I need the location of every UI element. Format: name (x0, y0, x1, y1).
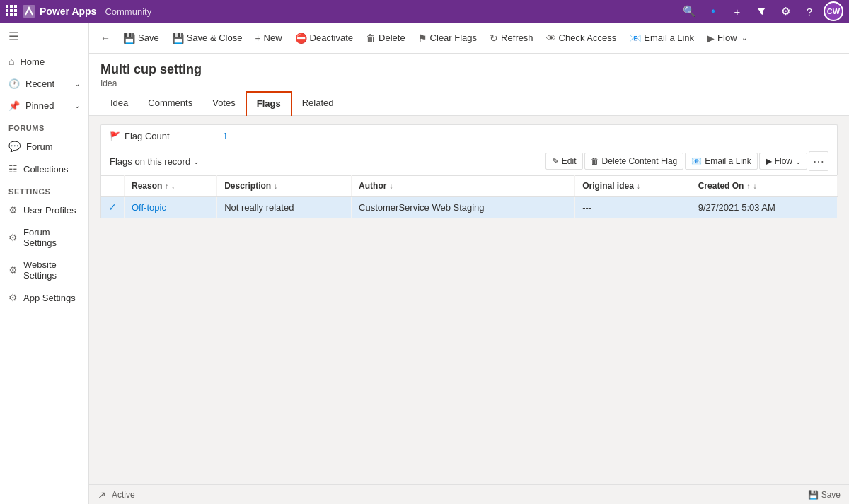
svg-rect-8 (14, 13, 17, 16)
grid-icon[interactable] (6, 5, 17, 18)
save-close-button[interactable]: 💾 Save & Close (166, 29, 248, 47)
sidebar-item-app-settings[interactable]: ⚙ App Settings (0, 286, 88, 309)
email-link-icon: 📧 (629, 33, 641, 44)
favorites-icon[interactable]: 🔹 (703, 1, 723, 21)
row-description: Not really related (217, 197, 352, 218)
more-options-button[interactable]: ⋯ (809, 151, 828, 171)
tab-related[interactable]: Related (292, 92, 344, 115)
flow-button[interactable]: ▶ Flow ⌄ (701, 29, 752, 47)
subgrid-title[interactable]: Flags on this record ⌄ (110, 156, 199, 167)
hamburger-icon[interactable]: ☰ (0, 23, 88, 50)
sidebar-item-pinned[interactable]: 📌 Pinned ⌄ (0, 95, 88, 117)
back-button[interactable]: ← (95, 29, 116, 47)
page-header: Multi cup setting Idea (89, 54, 849, 91)
sort-desc-icon: ↓ (274, 182, 277, 190)
svg-rect-3 (6, 9, 8, 12)
subgrid-title-text: Flags on this record (110, 156, 190, 167)
app-logo[interactable]: Power Apps (23, 5, 96, 18)
status-save-label[interactable]: Save (821, 490, 841, 500)
sort-created-desc-icon: ↓ (753, 182, 756, 190)
table-header-author[interactable]: Author ↓ (352, 176, 575, 197)
new-icon: + (255, 33, 260, 44)
table-header-original-idea[interactable]: Original idea ↓ (575, 176, 691, 197)
sidebar-item-website-settings[interactable]: ⚙ Website Settings (0, 254, 88, 286)
forum-icon: 💬 (8, 141, 21, 152)
row-check[interactable]: ✓ (101, 197, 125, 218)
tab-idea[interactable]: Idea (100, 92, 138, 115)
status-bar: ↗ Active 💾 Save (89, 484, 849, 504)
settings-icon[interactable]: ⚙ (775, 1, 795, 21)
new-button[interactable]: + New (249, 29, 287, 47)
tab-flags[interactable]: Flags (246, 91, 292, 116)
flags-table: Reason ↑ ↓ Description ↓ (100, 175, 838, 218)
app-name: Community (105, 6, 151, 17)
row-original-idea: --- (575, 197, 691, 218)
svg-rect-6 (6, 13, 8, 16)
row-reason[interactable]: Off-topic (125, 197, 217, 218)
sort-reason-desc-icon: ↓ (171, 182, 175, 190)
edit-flag-button[interactable]: ✎ Edit (545, 153, 583, 170)
sidebar-label-collections: Collections (23, 164, 69, 175)
sidebar-item-recent[interactable]: 🕐 Recent ⌄ (0, 73, 88, 95)
delete-button[interactable]: 🗑 Delete (360, 29, 411, 47)
svg-rect-5 (14, 9, 17, 12)
sidebar-item-forum-settings[interactable]: ⚙ Forum Settings (0, 221, 88, 254)
table-header-check[interactable] (101, 176, 125, 197)
sidebar-item-home[interactable]: ⌂ Home (0, 50, 88, 73)
check-access-button[interactable]: 👁 Check Access (541, 29, 623, 47)
forum-settings-icon: ⚙ (8, 232, 18, 243)
main-content: ← 💾 Save 💾 Save & Close + New ⛔ Deactiva… (89, 23, 849, 504)
sidebar: ☰ ⌂ Home 🕐 Recent ⌄ 📌 Pinned ⌄ Forums 💬 … (0, 23, 89, 504)
refresh-button[interactable]: ↻ Refresh (484, 29, 539, 47)
sidebar-label-forum-settings: Forum Settings (23, 227, 80, 248)
clear-flags-button[interactable]: ⚑ Clear Flags (412, 29, 483, 47)
plus-icon[interactable]: + (727, 1, 747, 21)
table-header-description[interactable]: Description ↓ (217, 176, 352, 197)
flag-icon: 🚩 (110, 131, 120, 141)
email-link-subgrid-button[interactable]: 📧 Email a Link (685, 153, 757, 170)
recent-chevron-icon: ⌄ (74, 80, 80, 88)
table-row[interactable]: ✓ Off-topic Not really related CustomerS… (101, 197, 838, 218)
filter-icon[interactable] (751, 1, 771, 21)
recent-icon: 🕐 (8, 78, 20, 89)
avatar[interactable]: CW (824, 1, 843, 21)
deactivate-icon: ⛔ (295, 33, 307, 44)
svg-rect-2 (14, 5, 17, 8)
sort-reason-asc-icon: ↑ (165, 182, 168, 190)
user-profiles-icon: ⚙ (8, 204, 18, 216)
subgrid-title-chevron: ⌄ (193, 158, 199, 165)
tab-comments[interactable]: Comments (138, 92, 202, 115)
tab-votes[interactable]: Votes (202, 92, 246, 115)
expand-icon[interactable]: ↗ (98, 489, 106, 500)
flag-count-label: Flag Count (125, 131, 170, 141)
flow-subgrid-chevron-icon: ⌄ (795, 158, 801, 165)
save-button[interactable]: 💾 Save (117, 29, 165, 47)
delete-content-flag-button[interactable]: 🗑 Delete Content Flag (584, 153, 684, 170)
check-access-icon: 👁 (546, 33, 556, 44)
table-header-created-on[interactable]: Created On ↑ ↓ (691, 176, 837, 197)
subgrid-toolbar: Flags on this record ⌄ ✎ Edit 🗑 Delete C… (100, 147, 838, 175)
sort-original-idea-icon: ↓ (637, 182, 640, 190)
clear-flags-icon: ⚑ (418, 33, 427, 44)
page-subtitle: Idea (100, 78, 838, 88)
search-icon[interactable]: 🔍 (679, 1, 699, 21)
email-link-button[interactable]: 📧 Email a Link (623, 29, 700, 47)
sidebar-item-user-profiles[interactable]: ⚙ User Profiles (0, 199, 88, 221)
status-right: 💾 Save (808, 490, 841, 500)
flow-subgrid-button[interactable]: ▶ Flow ⌄ (759, 153, 807, 170)
sidebar-label-home: Home (20, 57, 45, 67)
table-header-reason[interactable]: Reason ↑ ↓ (125, 176, 217, 197)
refresh-icon: ↻ (490, 33, 498, 44)
status-left: ↗ Active (98, 489, 135, 500)
help-icon[interactable]: ? (799, 1, 819, 21)
sidebar-item-forum[interactable]: 💬 Forum (0, 135, 88, 158)
sidebar-item-collections[interactable]: ☷ Collections (0, 158, 88, 180)
deactivate-button[interactable]: ⛔ Deactivate (289, 29, 359, 47)
table-header-row: Reason ↑ ↓ Description ↓ (101, 176, 838, 197)
sidebar-label-website-settings: Website Settings (23, 259, 80, 281)
settings-group-label: Settings (0, 180, 88, 199)
svg-rect-1 (10, 5, 13, 8)
row-created-on: 9/27/2021 5:03 AM (691, 197, 837, 218)
check-mark-icon: ✓ (108, 201, 117, 213)
collections-icon: ☷ (8, 163, 18, 175)
